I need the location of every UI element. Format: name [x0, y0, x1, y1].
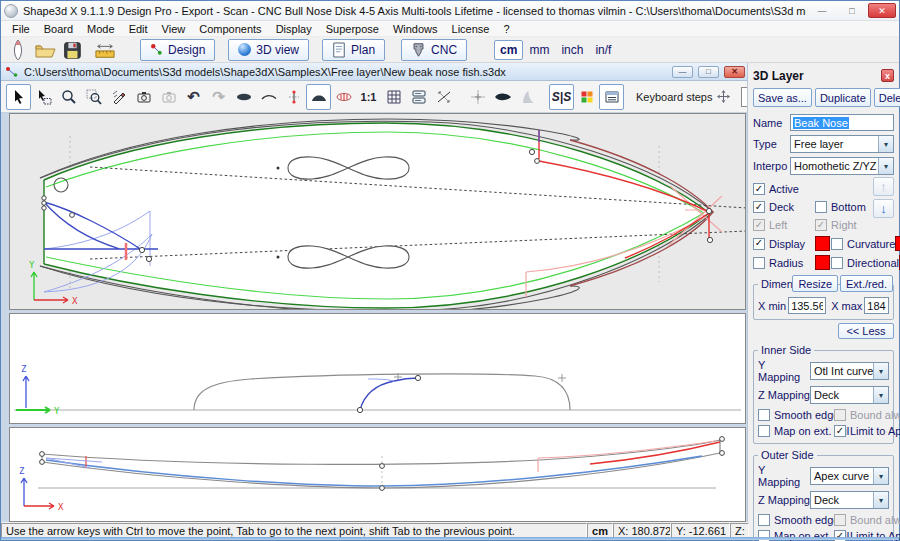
menu-windows[interactable]: Windows	[386, 22, 445, 36]
grid-button[interactable]	[381, 84, 406, 110]
menu-display[interactable]: Display	[269, 22, 319, 36]
radius-color-swatch[interactable]	[815, 255, 830, 270]
keyboard-steps-move-icon[interactable]	[716, 89, 731, 104]
close-icon[interactable]: ✕	[868, 3, 896, 18]
display-checkbox[interactable]: ✓	[753, 238, 765, 250]
slice-axis-v-label: Z	[21, 364, 27, 374]
inner-map-ext-rail-checkbox[interactable]: ✓	[758, 425, 770, 437]
delete-button[interactable]: Delete	[874, 88, 900, 107]
menu-board[interactable]: Board	[37, 22, 80, 36]
new-board-button[interactable]	[4, 38, 31, 62]
zoom-tool[interactable]	[56, 84, 81, 110]
unit-mm[interactable]: mm	[523, 41, 555, 59]
open-button[interactable]	[31, 38, 58, 62]
magnifier-area-icon	[86, 89, 102, 105]
colors-button[interactable]	[574, 84, 599, 110]
symmetry-button[interactable]: S|S	[549, 84, 574, 110]
outline-view-button[interactable]	[231, 84, 256, 110]
properties-panel-button[interactable]	[599, 84, 624, 110]
active-checkbox[interactable]: ✓	[753, 183, 765, 195]
inner-smooth-edge-checkbox[interactable]: ✓	[758, 409, 770, 421]
move-up-icon[interactable]: ↑	[873, 177, 894, 196]
duplicate-button[interactable]: Duplicate	[815, 88, 871, 107]
doc-close-icon[interactable]: ✕	[724, 66, 745, 78]
less-button[interactable]: << Less	[838, 323, 894, 339]
menu-license[interactable]: License	[445, 22, 497, 36]
curvature-checkbox[interactable]: ✓	[831, 238, 843, 250]
cut-button[interactable]	[431, 84, 456, 110]
measure-button[interactable]	[91, 38, 118, 62]
panel-close-icon[interactable]: x	[881, 69, 894, 82]
unit-inch[interactable]: inch	[555, 41, 589, 59]
outer-y-mapping-select[interactable]: Apex curve ▾	[810, 467, 889, 485]
save-as-button[interactable]: Save as...	[753, 88, 812, 107]
radius-checkbox[interactable]: ✓	[753, 257, 765, 269]
profile-axis-h-label: X	[58, 502, 64, 512]
draw-tool[interactable]	[106, 84, 131, 110]
name-input[interactable]: Beak Nose	[790, 114, 894, 131]
chevron-down-icon: ▾	[873, 468, 888, 484]
snapshot-paste-tool[interactable]	[156, 84, 181, 110]
ext-red-button[interactable]: Ext./red.	[840, 275, 893, 292]
plan-view[interactable]: Y X	[9, 113, 746, 310]
magnifier-icon	[61, 89, 77, 105]
thickness-view-button[interactable]	[281, 84, 306, 110]
menu-file[interactable]: File	[5, 22, 37, 36]
window-bottom-edge	[1, 537, 899, 540]
snapshot-tool[interactable]	[131, 84, 156, 110]
undo-button[interactable]: ↶	[181, 84, 206, 110]
save-button[interactable]	[58, 38, 85, 62]
right-label: Right	[831, 219, 857, 231]
doc-maximize-icon[interactable]: □	[698, 66, 719, 78]
menu-mode[interactable]: Mode	[80, 22, 122, 36]
chevron-down-icon: ▾	[873, 363, 888, 379]
inner-z-mapping-select[interactable]: Deck ▾	[810, 386, 889, 404]
unit-inf[interactable]: in/f	[589, 41, 617, 59]
unit-cm[interactable]: cm	[494, 40, 523, 60]
directional-checkbox[interactable]: ✓	[831, 257, 843, 269]
fin-button[interactable]	[515, 84, 540, 110]
menu-view[interactable]: View	[155, 22, 193, 36]
slice-control-points[interactable]	[357, 375, 420, 412]
plan-button[interactable]: Plan	[322, 39, 385, 61]
profile-view[interactable]: Z X	[9, 427, 746, 522]
outer-side-legend: Outer Side	[758, 449, 817, 461]
panels-button[interactable]	[406, 84, 431, 110]
slices-view-button[interactable]	[331, 84, 356, 110]
x-min-input[interactable]	[788, 297, 826, 314]
inner-y-mapping-select[interactable]: Otl Int curve ▾	[810, 362, 889, 380]
3d-view-button[interactable]: 3D view	[228, 39, 309, 61]
crosshair-button[interactable]	[465, 84, 490, 110]
rail-view-button[interactable]	[306, 84, 331, 110]
x-max-input[interactable]	[864, 297, 889, 314]
zoom-area-tool[interactable]	[81, 84, 106, 110]
menu-superpose[interactable]: Superpose	[319, 22, 386, 36]
cnc-button[interactable]: CNC	[401, 39, 467, 61]
display-color-swatch[interactable]	[815, 236, 830, 251]
resize-button[interactable]: Resize	[792, 275, 838, 292]
maximize-icon[interactable]: □	[838, 3, 866, 18]
scale-1-1-button[interactable]: 1:1	[356, 84, 381, 110]
type-select[interactable]: Free layer ▾	[790, 135, 894, 153]
doc-minimize-icon[interactable]: —	[672, 66, 693, 78]
rocker-view-button[interactable]	[256, 84, 281, 110]
bottom-checkbox[interactable]: ✓	[815, 201, 827, 213]
menu-edit[interactable]: Edit	[122, 22, 155, 36]
menu-help[interactable]: ?	[496, 22, 516, 36]
move-down-icon[interactable]: ↓	[873, 199, 894, 218]
menu-components[interactable]: Components	[192, 22, 268, 36]
minimize-icon[interactable]: —	[808, 3, 836, 18]
interpo-select[interactable]: Homothetic Z/YZ ▾	[790, 157, 894, 175]
redo-button[interactable]: ↷	[206, 84, 231, 110]
deck-checkbox[interactable]: ✓	[753, 201, 765, 213]
outer-smooth-edge-checkbox[interactable]: ✓	[758, 514, 770, 526]
outer-z-mapping-select[interactable]: Deck ▾	[810, 491, 889, 509]
select-area-tool[interactable]	[31, 84, 56, 110]
inner-limit-apex-checkbox[interactable]: ✓	[834, 425, 846, 437]
slice-view[interactable]: Z Y	[9, 313, 746, 424]
inner-side-group: Inner Side Y Mapping Otl Int curve ▾ Z M…	[753, 350, 894, 444]
curvature-color-swatch[interactable]	[895, 236, 900, 251]
design-button[interactable]: Design	[140, 39, 215, 61]
board-view-button[interactable]	[490, 84, 515, 110]
select-tool[interactable]	[6, 84, 31, 110]
